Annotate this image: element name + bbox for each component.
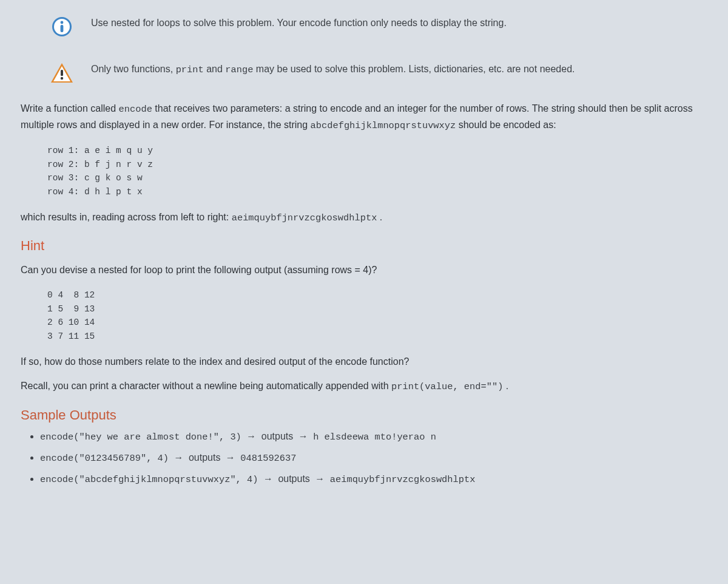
arrow-icon: → (296, 429, 311, 444)
svg-point-2 (61, 21, 64, 24)
sample-output: aeimquybfjnrvzcgkoswdhlptx (330, 474, 476, 485)
result-pre: which results in, reading across from le… (21, 212, 232, 222)
hint-p3-post: . (503, 381, 508, 391)
arrow-icon: → (244, 429, 258, 444)
hint-p2: If so, how do those numbers relate to th… (21, 354, 707, 370)
result-paragraph: which results in, reading across from le… (21, 209, 707, 226)
result-code: aeimquybfjnrvzcgkoswdhlptx (232, 212, 377, 223)
svg-rect-3 (61, 25, 64, 32)
sample-heading: Sample Outputs (21, 407, 707, 423)
info-callout: Use nested for loops to solve this probl… (21, 6, 707, 46)
warning-text-pre: Only two functions, (91, 64, 176, 74)
warning-text-mid: and (204, 64, 226, 74)
result-post: . (377, 212, 382, 222)
info-text: Use nested for loops to solve this probl… (91, 15, 704, 30)
warning-text-post: may be used to solve this problem. Lists… (253, 64, 575, 74)
arrow-icon: → (171, 450, 186, 465)
svg-point-7 (61, 77, 63, 80)
sample-list: encode("hey we are almost done!", 3) → o… (21, 429, 707, 487)
sample-item: encode("hey we are almost done!", 3) → o… (40, 429, 707, 444)
hint-p3: Recall, you can print a character withou… (21, 378, 707, 395)
arrow-icon: → (261, 472, 275, 486)
svg-rect-6 (61, 70, 63, 76)
code-print-end: print(value, end="") (391, 381, 503, 392)
sample-item: encode("abcdefghijklmnopqrstuvwxyz", 4) … (40, 472, 707, 487)
warning-icon (47, 62, 76, 84)
hint-p3-pre: Recall, you can print a character withou… (21, 381, 391, 391)
sample-call: encode("0123456789", 4) (40, 453, 169, 464)
info-icon (47, 16, 76, 38)
sample-out-label: outputs (278, 474, 309, 484)
sample-call: encode("abcdefghijklmnopqrstuvwxyz", 4) (40, 474, 258, 485)
sample-output: 0481592637 (240, 453, 296, 464)
intro-tail: should be encoded as: (456, 120, 556, 130)
rows-grid: row 1: a e i m q u y row 2: b f j n r v … (47, 144, 707, 199)
code-range: range (225, 64, 253, 75)
sample-out-label: outputs (261, 431, 293, 441)
code-print: print (176, 64, 204, 75)
code-alphabet: abcdefghijklmnopqrstuvwxyz (311, 120, 456, 131)
intro-paragraph: Write a function called encode that rece… (21, 101, 707, 133)
sample-item: encode("0123456789", 4) → outputs → 0481… (40, 450, 707, 466)
intro-pre: Write a function called (21, 103, 119, 114)
sample-output: h elsdeewa mto!yerao n (313, 432, 436, 443)
sample-out-label: outputs (189, 452, 220, 463)
hint-question: Can you devise a nested for loop to prin… (21, 262, 707, 278)
warning-callout: Only two functions, print and range may … (21, 52, 707, 92)
hint-heading: Hint (21, 238, 707, 254)
warning-text: Only two functions, print and range may … (91, 61, 704, 76)
index-grid: 0 4 8 12 1 5 9 13 2 6 10 14 3 7 11 15 (47, 288, 707, 343)
code-encode: encode (119, 104, 152, 115)
document-page: Use nested for loops to solve this probl… (0, 0, 728, 511)
arrow-icon: → (223, 450, 238, 465)
arrow-icon: → (312, 472, 327, 486)
sample-call: encode("hey we are almost done!", 3) (40, 432, 241, 443)
